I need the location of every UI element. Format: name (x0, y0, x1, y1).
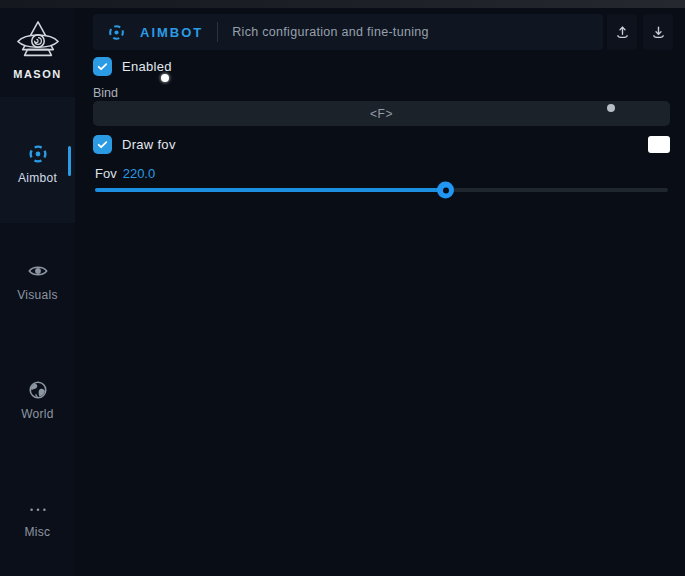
crosshair-icon (107, 23, 126, 42)
import-config-button[interactable] (643, 14, 673, 50)
enabled-row: Enabled (93, 57, 172, 76)
globe-icon (27, 379, 49, 401)
active-tab-indicator (68, 146, 71, 176)
logo-text: MASON (0, 68, 75, 80)
bind-keybind-field[interactable]: <F> (93, 101, 670, 126)
section-title: AIMBOT (140, 25, 203, 40)
fov-label-row: Fov220.0 (95, 166, 155, 181)
mason-eye-pyramid-icon (15, 18, 61, 64)
fov-value: 220.0 (123, 166, 156, 181)
sidebar: MASON Aimbot Visuals World Misc (0, 8, 75, 576)
upload-icon (614, 24, 631, 41)
check-icon (96, 60, 109, 73)
sidebar-item-label: World (0, 407, 75, 421)
sidebar-item-visuals[interactable]: Visuals (0, 260, 75, 302)
enabled-checkbox[interactable] (93, 57, 112, 76)
download-icon (650, 24, 667, 41)
eye-icon (27, 260, 49, 282)
crosshair-icon (27, 143, 49, 165)
sidebar-item-aimbot[interactable]: Aimbot (0, 97, 75, 223)
ellipsis-icon (27, 497, 49, 519)
fov-slider-thumb[interactable] (437, 182, 454, 199)
app-logo: MASON (0, 18, 75, 80)
bind-field-dot (607, 104, 615, 112)
fov-slider-fill (95, 188, 445, 192)
sidebar-item-label: Misc (0, 525, 75, 539)
window-top-strip (0, 0, 685, 8)
draw-fov-row: Draw fov (93, 135, 176, 154)
fov-slider[interactable] (95, 182, 668, 198)
sidebar-item-label: Aimbot (0, 171, 75, 185)
enabled-label: Enabled (122, 59, 172, 74)
sidebar-item-label: Visuals (0, 288, 75, 302)
bind-label: Bind (93, 86, 118, 100)
draw-fov-checkbox[interactable] (93, 135, 112, 154)
draw-fov-label: Draw fov (122, 137, 176, 152)
section-header: AIMBOT Rich configuration and fine-tunin… (93, 14, 603, 50)
header-divider (217, 22, 218, 42)
sidebar-item-world[interactable]: World (0, 379, 75, 421)
section-subtitle: Rich configuration and fine-tuning (232, 25, 428, 39)
fov-label: Fov (95, 166, 117, 181)
sidebar-item-misc[interactable]: Misc (0, 497, 75, 539)
export-config-button[interactable] (607, 14, 637, 50)
check-icon (96, 138, 109, 151)
draw-fov-color-swatch[interactable] (648, 136, 670, 153)
